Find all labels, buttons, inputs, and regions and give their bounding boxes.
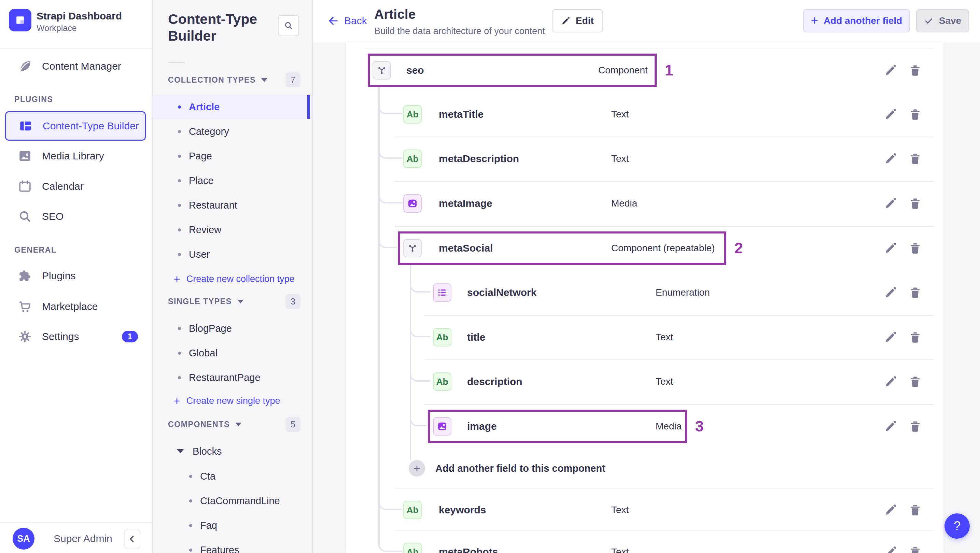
create-collection-type-link[interactable]: + Create new collection type [152,269,312,289]
delete-field-button[interactable] [905,542,925,553]
field-type: Enumeration [655,287,710,298]
edit-field-button[interactable] [880,416,901,437]
edit-field-button[interactable] [880,148,901,169]
subnav-item-article[interactable]: Article [152,95,312,119]
single-types-count: 3 [285,294,301,309]
sidebar-item-content-manager[interactable]: Content Manager [0,53,152,79]
subnav-item-restaurant[interactable]: Restaurant [152,193,312,217]
subnav-item-review[interactable]: Review [152,218,312,242]
collection-types-header[interactable]: COLLECTION TYPES 7 [168,72,312,88]
subnav-item-label: RestaurantPage [189,372,261,383]
field-type: Text [611,547,628,553]
bullet-icon [178,155,181,158]
text-field-icon: Ab [403,543,422,553]
divider [168,62,185,63]
edit-button[interactable]: Edit [552,9,603,32]
single-types-header[interactable]: SINGLE TYPES 3 [168,293,312,310]
sidebar-item-label: Content Manager [42,60,121,72]
chevron-down-icon [235,423,242,426]
create-single-type-link[interactable]: + Create new single type [152,391,312,411]
edit-field-button[interactable] [880,104,901,125]
edit-field-button[interactable] [880,542,901,553]
field-row-image: imageMedia [346,404,943,448]
delete-field-button[interactable] [905,372,925,392]
subnav-item-global[interactable]: Global [152,341,312,365]
sidebar-item-media-library[interactable]: Media Library [0,143,152,169]
back-button[interactable]: Back [328,15,367,27]
subnav-item-faq[interactable]: Faq [152,513,312,537]
sidebar-item-label: Media Library [42,150,104,162]
subnav-item-label: Features [200,545,239,553]
subnav-item-blogpage[interactable]: BlogPage [152,316,312,340]
sidebar-item-content-type-builder[interactable]: Content-Type Builder [5,111,146,141]
strapi-app: Strapi Dashboard Workplace PLUGINSGENERA… [0,0,980,553]
annotation-number: 1 [665,62,673,79]
subnav-item-category[interactable]: Category [152,119,312,143]
field-row-keywords: AbkeywordsText [346,488,943,532]
field-type: Media [611,198,637,209]
delete-field-button[interactable] [905,148,925,169]
sidebar-item-seo[interactable]: SEO [0,203,152,229]
save-label: Save [939,15,961,26]
delete-field-button[interactable] [905,60,925,81]
subnav-item-page[interactable]: Page [152,144,312,168]
delete-field-button[interactable] [905,282,925,303]
avatar[interactable]: SA [13,528,35,550]
collapse-sidebar-button[interactable] [124,529,140,549]
delete-field-button[interactable] [905,500,925,520]
field-row-metaImage: metaImageMedia [346,181,943,226]
field-type: Text [611,109,628,120]
bullet-icon [189,475,192,478]
delete-field-button[interactable] [905,238,925,258]
plus-circle-icon: + [409,460,425,477]
bullet-icon [178,105,181,108]
delete-field-button[interactable] [905,327,925,348]
help-button[interactable]: ? [945,513,970,539]
subnav-item-restaurantpage[interactable]: RestaurantPage [152,365,312,389]
subnav-item-ctacommandline[interactable]: CtaCommandLine [152,489,312,513]
bullet-icon [189,524,192,527]
field-name: seo [406,65,424,76]
edit-field-button[interactable] [880,372,901,392]
bullet-icon [178,327,181,330]
bullet-icon [178,253,181,256]
delete-field-button[interactable] [905,193,925,214]
plus-icon: + [811,13,818,28]
edit-field-button[interactable] [880,500,901,520]
component-group-blocks[interactable]: Blocks [152,439,312,463]
subnav-title: Content-Type Builder [168,11,277,44]
field-name: description [467,376,522,388]
sidebar-item-plugins[interactable]: Plugins [0,263,152,289]
edit-field-button[interactable] [880,327,901,348]
field-type: Text [655,376,673,387]
gear-icon [18,329,32,344]
edit-field-button[interactable] [880,282,901,303]
subnav-item-cta[interactable]: Cta [152,464,312,488]
delete-field-button[interactable] [905,416,925,437]
edit-field-button[interactable] [880,238,901,258]
subnav-item-features[interactable]: Features [152,538,312,553]
sidebar-item-label: Plugins [42,270,75,281]
field-name: metaSocial [439,242,493,254]
edit-field-button[interactable] [880,193,901,214]
sidebar-item-marketplace[interactable]: Marketplace [0,294,152,319]
cart-icon [18,299,32,314]
triangle-down-icon [177,449,184,453]
subnav-item-user[interactable]: User [152,242,312,266]
divider [395,181,934,182]
edit-field-button[interactable] [880,60,901,81]
bullet-icon [178,204,181,207]
search-button[interactable] [278,15,299,36]
add-field-to-component-button[interactable]: + Add another field to this component [346,453,943,484]
sidebar-item-calendar[interactable]: Calendar [0,173,152,199]
add-another-field-button[interactable]: + Add another field [803,9,910,32]
annotation-number: 3 [695,418,703,435]
delete-field-button[interactable] [905,104,925,125]
save-button[interactable]: Save [916,9,969,32]
field-row-metaDescription: AbmetaDescriptionText [346,137,943,181]
sidebar-item-settings[interactable]: Settings1 [0,324,152,350]
components-header[interactable]: COMPONENTS 5 [168,416,312,432]
plus-icon: + [173,272,180,286]
subnav-item-place[interactable]: Place [152,168,312,192]
add-component-field-label: Add another field to this component [435,463,605,474]
